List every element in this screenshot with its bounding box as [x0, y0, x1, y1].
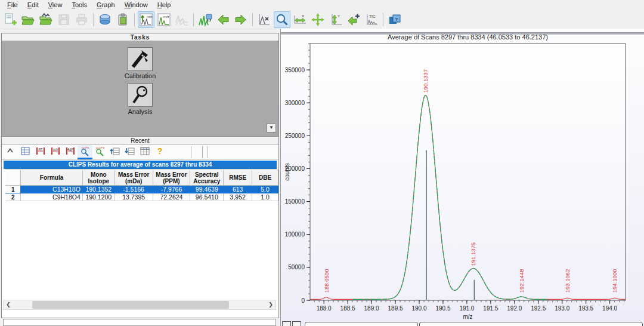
peak-label: 188.0500	[323, 269, 330, 293]
bottom-tab-strip	[281, 320, 644, 326]
cell: 190.1200	[82, 193, 114, 201]
cell: C13H18O	[21, 186, 82, 193]
y-tick-label: 150000	[285, 198, 305, 205]
table-down-icon	[125, 146, 135, 156]
x-tick-label: 193.5	[578, 305, 593, 312]
open-folder-button[interactable]	[20, 11, 36, 28]
move-row-down-button[interactable]	[122, 145, 137, 159]
range-icon: m/z	[50, 146, 61, 156]
tab-scroll-button[interactable]	[292, 321, 301, 326]
paste-clipboard-button[interactable]	[114, 11, 131, 28]
task-calibration[interactable]: Calibration	[125, 47, 156, 79]
previous-scan-button[interactable]	[215, 11, 231, 28]
new-document-button[interactable]	[2, 11, 18, 28]
column-header[interactable]: DBE	[252, 170, 278, 186]
y-tick-label: 100000	[285, 231, 305, 238]
spectrum-chart[interactable]: Average of Scans 8297 thru 8334 (46.0533…	[281, 35, 644, 320]
tasks-dropdown-button[interactable]: ▼	[267, 124, 276, 133]
next-scan-button[interactable]	[233, 11, 249, 28]
scroll-left-arrow-icon[interactable]: ❮	[4, 300, 13, 309]
column-header[interactable]: Mass Error (mDa)	[114, 170, 153, 186]
y-tick-label: 50000	[288, 264, 305, 270]
y-tick-label: 350000	[285, 67, 305, 73]
doc-new-icon	[3, 13, 17, 27]
prop-table-icon	[20, 146, 31, 156]
results-toolbar: RTm/zA&PCLIPSsCLIPS?	[2, 144, 278, 160]
calibration-peaks-button[interactable]	[197, 11, 213, 28]
rt-range-button[interactable]: RT	[33, 145, 48, 159]
arrow-left-plus-icon	[346, 13, 361, 27]
task-analysis-label: Analysis	[128, 108, 153, 115]
column-header[interactable]: Mono Isotope	[82, 170, 114, 186]
column-header[interactable]: Mass Error (PPM)	[153, 170, 190, 186]
menu-view[interactable]: View	[44, 1, 67, 10]
horizontal-scrollbar[interactable]: ❮ ❯	[3, 300, 276, 310]
window-icon: ?	[388, 13, 402, 27]
zoom-tool-button[interactable]	[274, 11, 290, 28]
axis-x-icon: X	[293, 13, 307, 27]
toolbar-separator	[202, 146, 203, 158]
peak-pick-button[interactable]	[256, 11, 273, 28]
sclips-search-button[interactable]: sCLIPS	[92, 145, 107, 159]
abundance-range-button[interactable]: A&P	[63, 145, 78, 159]
print-button	[73, 11, 90, 28]
open-data-file-button[interactable]	[38, 11, 54, 28]
bottom-tab[interactable]	[419, 322, 643, 326]
menu-help[interactable]: Help	[153, 1, 176, 10]
x-axis-label: m/z	[463, 313, 472, 320]
collapse-panel-button[interactable]	[3, 145, 18, 159]
cell: -1.5166	[114, 186, 153, 193]
peak-icon	[257, 13, 271, 27]
menu-edit[interactable]: Edit	[23, 1, 44, 10]
x-tick-label: 189.5	[388, 305, 403, 312]
tab-scroll-button[interactable]	[282, 321, 291, 326]
row-number: 2	[5, 193, 21, 201]
clips-search-button[interactable]: CLIPS	[78, 145, 92, 159]
task-calibration-label: Calibration	[125, 72, 156, 79]
bottom-tab[interactable]	[305, 322, 418, 326]
move-row-up-button[interactable]	[107, 145, 122, 159]
arrow-right-icon	[234, 13, 248, 27]
window-switch-button[interactable]: ?	[386, 11, 403, 28]
peak-label: 194.1000	[611, 269, 618, 293]
spec-icon: m/z	[157, 13, 171, 27]
cell: 96.5410	[190, 193, 224, 201]
magnifier-task-icon	[128, 83, 153, 107]
scrollbar-thumb[interactable]	[32, 301, 229, 309]
menu-bar: FileEditViewToolsGraphWindowHelp	[0, 0, 644, 10]
toolbar-separator	[383, 13, 383, 26]
toolbar-separator	[191, 146, 191, 158]
clipboard-icon	[116, 13, 130, 27]
column-header[interactable]: Formula	[21, 170, 82, 186]
menu-window[interactable]: Window	[120, 1, 153, 10]
menu-tools[interactable]: Tools	[67, 1, 92, 10]
column-header[interactable]	[5, 170, 21, 186]
chromatogram-view-button[interactable]: min	[138, 11, 154, 28]
tic-view-button[interactable]: TIC	[363, 11, 380, 28]
column-header[interactable]: RMSE	[224, 170, 252, 186]
table-options-button[interactable]	[137, 145, 152, 159]
undo-zoom-button[interactable]	[345, 11, 362, 28]
3d-view-button[interactable]	[97, 11, 113, 28]
mz-range-button[interactable]: m/z	[48, 145, 63, 159]
bottom-panel-edge	[3, 319, 276, 326]
clips-icon: CLIPS	[80, 146, 91, 156]
range-icon: A&P	[65, 146, 76, 156]
autoscale-x-button[interactable]: X	[292, 11, 308, 28]
properties-button[interactable]	[18, 145, 33, 159]
table-row[interactable]: 1C13H18O190.1352-1.5166-7.976699.4639613…	[5, 186, 278, 193]
pan-tool-button[interactable]	[309, 11, 326, 28]
column-header[interactable]: Spectral Accuracy	[190, 170, 224, 186]
spectrum-view-button[interactable]: m/z	[156, 11, 172, 28]
svg-text:m/z: m/z	[52, 147, 58, 151]
menu-graph[interactable]: Graph	[92, 1, 120, 10]
cell: 99.4639	[190, 186, 224, 193]
menu-file[interactable]: File	[2, 1, 23, 10]
help-button[interactable]: ?	[152, 145, 167, 159]
table-row[interactable]: 2C9H18O4190.120013.739572.262496.54103,9…	[5, 193, 278, 201]
x-tick-label: 192.5	[531, 305, 546, 312]
autoscale-y-button[interactable]: Y	[327, 11, 344, 28]
cell: 72.2624	[153, 193, 190, 201]
task-analysis[interactable]: Analysis	[128, 83, 153, 115]
scroll-right-arrow-icon[interactable]: ❯	[266, 300, 275, 309]
